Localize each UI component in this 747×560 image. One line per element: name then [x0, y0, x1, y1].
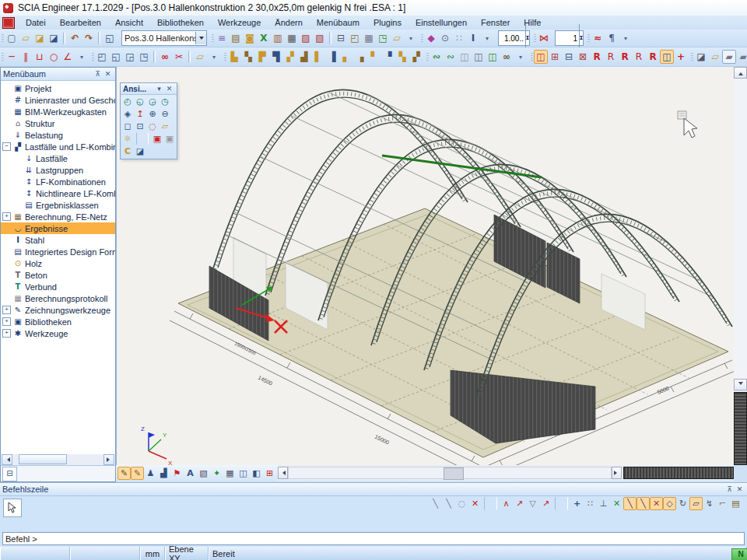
load-display-icon[interactable]: ▟	[157, 467, 170, 480]
tree-item-lastgruppen[interactable]: ⇊ Lastgruppen	[1, 164, 115, 176]
separator[interactable]	[484, 497, 497, 510]
xml-icon[interactable]: X	[257, 31, 271, 45]
tree-item-lastfaelle[interactable]: ↓ Lastfälle	[1, 152, 115, 164]
view-axo-icon[interactable]: ◷	[159, 95, 171, 107]
scroll-right-icon[interactable]	[103, 454, 114, 465]
print-preview-icon[interactable]: ◰	[348, 31, 362, 45]
scroll-right-icon[interactable]	[612, 467, 622, 479]
notes-icon[interactable]: ▥	[271, 31, 285, 45]
axonometry-icon[interactable]: ◈	[121, 107, 134, 120]
line-icon[interactable]: ─	[5, 50, 19, 64]
viewport-horizontal-scrollbar[interactable]	[288, 467, 612, 479]
hide-selection-icon[interactable]: ✂	[172, 50, 186, 64]
tree-expander-icon[interactable]	[2, 271, 11, 279]
project-window-icon[interactable]: ◱	[103, 31, 117, 45]
dropdown-arrow-icon[interactable]	[195, 32, 206, 44]
views-folder-icon[interactable]: ▱	[193, 50, 207, 64]
zoom-window-icon[interactable]: ◻	[121, 120, 134, 132]
tree-expander-icon[interactable]	[2, 131, 11, 139]
labels-members-icon[interactable]: ◫	[534, 50, 548, 64]
hinge-icon[interactable]: ▝	[381, 50, 395, 64]
ticks-icon[interactable]: ∥	[19, 50, 33, 64]
tree-item-bim[interactable]: ▦ BIM-Werkzeugkasten	[1, 106, 115, 117]
view-top-icon[interactable]: ◶	[146, 95, 159, 107]
binoculars-icon[interactable]: ∞	[500, 50, 514, 64]
zoom-out-icon[interactable]: ⊖	[159, 107, 171, 120]
scroll-down-icon[interactable]	[734, 379, 747, 390]
view-window2-icon[interactable]: ◱	[109, 50, 123, 64]
named-view-icon[interactable]: ▰	[722, 50, 736, 64]
search-doc-icon[interactable]: ⊙	[438, 31, 452, 45]
results-r3-icon[interactable]: R	[618, 50, 632, 64]
tree-item-bibliotheken[interactable]: + ▣ Bibliotheken	[1, 316, 115, 327]
toolbar-overflow-icon[interactable]: ▾	[514, 50, 528, 64]
menu-item[interactable]: Ansicht	[108, 16, 150, 29]
sidebar-horizontal-scrollbar[interactable]	[2, 454, 114, 465]
member-2d-icon[interactable]: ▚	[241, 50, 255, 64]
tree-item-integriertes-design[interactable]: ▤ Integriertes Design Form	[1, 246, 115, 257]
snap-arc-icon[interactable]: ↗	[539, 497, 552, 510]
tree-item-struktur[interactable]: ⌂ Struktur	[1, 117, 115, 129]
status-badge[interactable]: N	[731, 548, 747, 560]
snap-plane-icon[interactable]: ▱	[689, 497, 703, 510]
view-window3-icon[interactable]: ◲	[123, 50, 137, 64]
menu-item[interactable]: Hilfe	[517, 16, 548, 29]
tree-expander-icon[interactable]	[2, 236, 11, 244]
snap-rotate-icon[interactable]: ↻	[676, 497, 689, 510]
calculator-icon[interactable]: ◆	[424, 31, 438, 45]
tree-item-berechnung[interactable]: + ▦ Berechnung, FE-Netz	[1, 211, 115, 222]
menu-item[interactable]: Bearbeiten	[53, 16, 108, 29]
grid-toggle-icon[interactable]: ⊞	[263, 467, 276, 480]
intersect-snap-icon[interactable]: ✕	[610, 497, 623, 510]
project-dropdown[interactable]: Pos.3.0 Hallenkonst	[121, 30, 207, 46]
plate-icon[interactable]: ▞	[283, 50, 297, 64]
snap-mode3-icon[interactable]: ✕	[650, 497, 663, 510]
project-data-icon[interactable]: ◙	[243, 31, 257, 45]
snap-z-icon[interactable]: ↯	[703, 497, 716, 510]
render-mode-icon[interactable]: ▧	[197, 467, 210, 480]
flag-icon[interactable]: ⚑	[170, 467, 184, 480]
perspective-person-icon[interactable]: ♟	[144, 467, 157, 480]
scale-spinner[interactable]: 1.00..	[498, 30, 530, 46]
tree-expander-icon[interactable]	[2, 96, 11, 104]
separator[interactable]	[153, 51, 156, 63]
deform-scale-icon[interactable]: ≈	[591, 31, 605, 45]
toolbar-overflow-icon[interactable]: ▾	[207, 50, 221, 64]
new-icon[interactable]: ▢	[5, 31, 19, 45]
snap-midpoint-icon[interactable]: ▽	[526, 497, 539, 510]
rib-icon[interactable]: ▖	[339, 50, 353, 64]
menu-item[interactable]: Datei	[19, 16, 53, 29]
statusbar-plane[interactable]: Ebene XY	[165, 547, 209, 560]
subregion-icon[interactable]: ▐	[325, 50, 339, 64]
member-info-icon[interactable]: I	[466, 31, 480, 45]
separator[interactable]	[555, 497, 568, 510]
tree-expander-icon[interactable]	[2, 259, 11, 268]
snap-delete-icon[interactable]: ✕	[468, 497, 482, 510]
sidebar-tab-button[interactable]: ⊟	[2, 467, 17, 481]
tree-expander-icon[interactable]	[2, 84, 11, 93]
paste-attributes-icon[interactable]: ◫	[472, 50, 486, 64]
viewport-vertical-scrollbar[interactable]	[734, 67, 747, 465]
member-1d-icon[interactable]: ▙	[227, 50, 241, 64]
separator[interactable]	[98, 32, 100, 44]
menu-item[interactable]: Menübaum	[310, 16, 366, 29]
pin-icon[interactable]: ⊼	[724, 485, 735, 495]
tree-item-nichtlineare[interactable]: ↕ Nichtlineare LF-Komb	[1, 187, 115, 199]
snap-circle-icon[interactable]: ◌	[455, 497, 468, 510]
tree-item-berechnungsprotokoll[interactable]: ▦ Berechnungsprotokoll	[1, 292, 115, 304]
tree-expander-icon[interactable]: +	[2, 317, 11, 326]
dot-grid-icon[interactable]: ∷	[452, 31, 466, 45]
zoom-in-icon[interactable]: ⊕	[146, 107, 159, 120]
document-export-icon[interactable]: ◳	[376, 31, 390, 45]
active-document-icon[interactable]	[2, 17, 15, 29]
layers-icon[interactable]: ◧	[250, 467, 263, 480]
pointer-mode-button[interactable]	[3, 499, 22, 517]
snap-line2-icon[interactable]: ╲	[442, 497, 455, 510]
close-icon[interactable]: ✕	[164, 84, 174, 94]
load-panel-icon[interactable]: ▗	[353, 50, 367, 64]
results-r4-icon[interactable]: R	[632, 50, 646, 64]
snap-table-icon[interactable]: ▤	[729, 497, 742, 510]
select-pencil-icon[interactable]: ✎	[117, 467, 131, 480]
units-icon[interactable]: ≡	[215, 31, 229, 45]
tree-item-zeichnungswerkzeuge[interactable]: + ✎ Zeichnungswerkzeuge	[1, 304, 115, 316]
